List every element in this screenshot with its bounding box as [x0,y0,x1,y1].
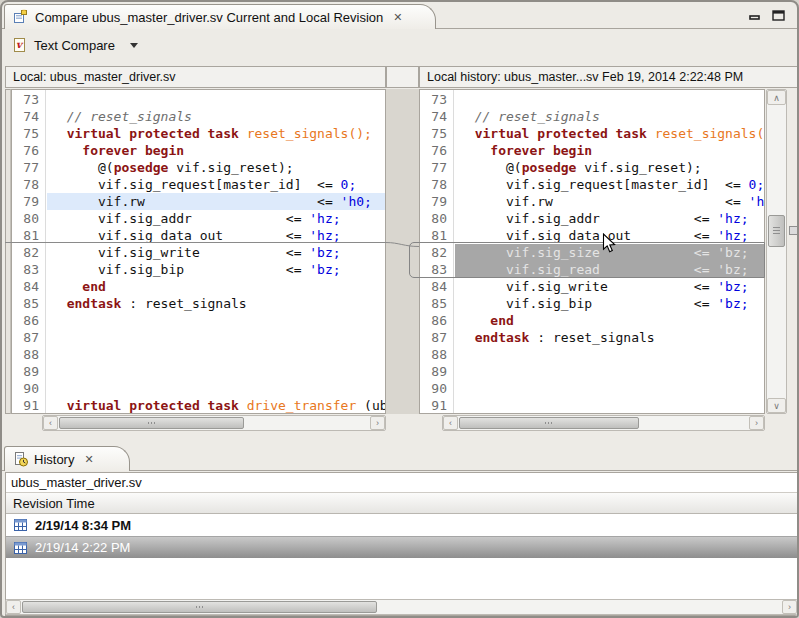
code-line[interactable]: endtask : reset_signals [455,329,764,346]
code-line[interactable]: vif.sig_write <= 'bz; [455,278,764,295]
diff-connector-gutter [386,89,419,414]
right-hscroll-right-button[interactable]: › [749,416,764,430]
code-line[interactable]: vif.sig_read <= 'bz; [455,261,764,278]
code-line[interactable] [455,380,764,397]
maximize-icon[interactable] [772,10,785,21]
history-hscroll-right-button[interactable]: › [782,600,797,614]
line-number: 79 [12,193,44,210]
left-code-lines[interactable]: // reset_signals virtual protected task … [47,91,385,414]
line-number: 73 [12,91,44,108]
code-line[interactable]: // reset_signals [47,108,385,125]
right-number-separator [453,90,454,413]
center-pane-header [386,66,419,88]
code-line[interactable] [47,363,385,380]
overview-diff-marker[interactable] [789,226,798,235]
history-hscroll-thumb[interactable] [22,601,377,613]
line-number: 87 [420,329,452,346]
line-number: 78 [420,176,452,193]
line-number: 73 [420,91,452,108]
line-number: 88 [420,346,452,363]
code-line[interactable] [455,346,764,363]
vertical-scrollbar[interactable]: ∧ ∨ [766,89,787,414]
viewer-selector[interactable]: v Text Compare [12,37,138,53]
scroll-down-button[interactable]: ∨ [767,398,786,413]
code-line[interactable]: forever begin [47,142,385,159]
right-hscroll-thumb[interactable] [459,417,639,429]
overview-ruler[interactable] [788,89,798,414]
code-line[interactable] [47,380,385,397]
code-line[interactable] [47,312,385,329]
compare-tab-close-icon[interactable]: ✕ [393,11,402,24]
line-number: 87 [12,329,44,346]
minimize-icon[interactable] [749,10,762,21]
code-line[interactable]: end [47,278,385,295]
revision-icon [14,519,27,531]
code-line[interactable]: // reset_signals [455,108,764,125]
line-number: 76 [12,142,44,159]
code-line[interactable] [47,91,385,108]
compare-editor-tab[interactable]: Compare ubus_master_driver.sv Current an… [4,4,436,29]
code-line[interactable]: @(posedge vif.sig_reset); [47,159,385,176]
code-line[interactable]: vif.sig_request[master_id] <= 0; [455,176,764,193]
code-line[interactable] [455,363,764,380]
history-tab-close-icon[interactable]: ✕ [84,453,93,466]
vertical-scrollbar-thumb[interactable] [768,215,785,247]
code-line[interactable]: vif.sig_bip <= 'bz; [47,261,385,278]
line-number: 77 [12,159,44,176]
code-line[interactable]: vif.sig_write <= 'bz; [47,244,385,261]
code-line[interactable] [47,346,385,363]
code-line[interactable]: vif.sig_bip <= 'bz; [455,295,764,312]
right-hscroll-left-button[interactable]: ‹ [443,416,458,430]
code-line[interactable]: vif.sig_request[master_id] <= 0; [47,176,385,193]
right-code-pane[interactable]: 73747576777879808182838485868788899091 /… [419,89,765,414]
line-number: 91 [12,397,44,414]
code-line[interactable]: virtual protected task reset_signals(); [47,125,385,142]
revision-row[interactable]: 2/19/14 2:22 PM [6,536,797,558]
left-hscroll-thumb[interactable] [59,417,244,429]
scroll-up-button[interactable]: ∧ [767,90,786,105]
line-number: 74 [12,108,44,125]
line-number: 75 [420,125,452,142]
diff-connector-curve [386,89,419,414]
left-code-pane[interactable]: 73747576777879808182838485868788899091 /… [11,89,386,414]
history-horizontal-scrollbar[interactable]: ‹ › [5,599,798,615]
eclipse-window: Compare ubus_master_driver.sv Current an… [0,0,799,618]
code-line[interactable] [455,91,764,108]
code-line[interactable]: vif.rw <= 'h0; [455,193,764,210]
code-line[interactable]: endtask : reset_signals [47,295,385,312]
line-number: 88 [12,346,44,363]
line-number: 83 [12,261,44,278]
code-line[interactable]: vif.sig_data_out <= 'hz; [455,227,764,244]
code-line[interactable]: vif.sig_addr <= 'hz; [47,210,385,227]
revision-list: 2/19/14 8:34 PM 2/19/14 2:22 PM [6,514,797,558]
code-line[interactable]: @(posedge vif.sig_reset); [455,159,764,176]
code-line[interactable]: vif.sig_size <= 'bz; [455,244,764,261]
history-body: ubus_master_driver.sv Revision Time 2/19… [5,472,798,616]
code-line[interactable]: vif.rw <= 'h0; [47,193,385,210]
history-file-label: ubus_master_driver.sv [6,473,797,492]
compare-minmax [749,10,785,21]
line-number: 86 [420,312,452,329]
line-number: 75 [12,125,44,142]
left-horizontal-scrollbar[interactable]: ‹ › [42,415,386,431]
left-hscroll-left-button[interactable]: ‹ [43,416,58,430]
revision-row[interactable]: 2/19/14 8:34 PM [6,514,797,536]
history-tab[interactable]: History ✕ [4,446,130,471]
revision-time: 2/19/14 8:34 PM [35,518,131,533]
code-line[interactable] [47,329,385,346]
right-horizontal-scrollbar[interactable]: ‹ › [442,415,765,431]
left-hscroll-right-button[interactable]: › [370,416,385,430]
history-hscroll-left-button[interactable]: ‹ [6,600,21,614]
left-insertion-line [11,242,386,243]
code-line[interactable]: end [455,312,764,329]
code-line[interactable]: vif.sig_addr <= 'hz; [455,210,764,227]
code-line[interactable]: virtual protected task reset_signals(); [455,125,764,142]
code-line[interactable] [455,397,764,414]
right-code-lines[interactable]: // reset_signals virtual protected task … [455,91,764,414]
line-number: 82 [12,244,44,261]
viewer-dropdown-icon[interactable] [130,43,138,48]
code-line[interactable]: virtual protected task drive_transfer (u… [47,397,385,414]
revision-time-column-header[interactable]: Revision Time [6,492,797,514]
left-line-numbers: 73747576777879808182838485868788899091 [12,91,44,414]
code-line[interactable]: forever begin [455,142,764,159]
